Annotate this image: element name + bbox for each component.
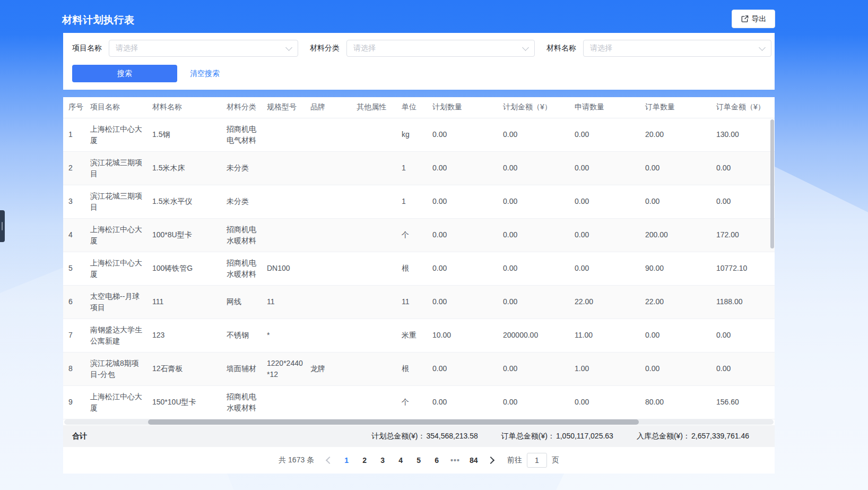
cell-spec-model — [267, 218, 310, 252]
clear-search-link[interactable]: 清空搜索 — [190, 69, 220, 79]
cell-requested-qty: 0.00 — [575, 218, 645, 252]
table-row: 4上海松江中心大厦100*8U型卡招商机电水暖材料个0.000.000.0020… — [63, 218, 775, 252]
select-material-name[interactable]: 请选择 — [583, 40, 771, 57]
cell-material-name: 150*10U型卡 — [152, 385, 227, 419]
more-pages-button[interactable]: ••• — [447, 453, 463, 468]
filter-actions: 搜索 清空搜索 — [72, 65, 220, 82]
column-header-order-qty: 订单数量 — [645, 97, 716, 118]
cell-requested-qty: 0.00 — [575, 385, 645, 419]
cell-brand — [310, 151, 357, 185]
cell-order-qty: 22.00 — [645, 285, 716, 319]
cell-planned-amount: 0.00 — [503, 252, 575, 285]
cell-material-name: 1.5米水平仪 — [152, 185, 227, 218]
cell-spec-model — [267, 118, 310, 151]
cell-brand — [310, 118, 357, 151]
cell-project-name: 滨江花城8期项目-分包 — [90, 352, 152, 385]
cell-material-category: 网线 — [227, 285, 267, 319]
export-button[interactable]: 导出 — [732, 10, 775, 28]
cell-unit: 根 — [402, 352, 432, 385]
chevron-left-icon — [326, 457, 333, 464]
cell-spec-model: 1220*2440*12 — [267, 352, 310, 385]
goto-unit-label: 页 — [552, 455, 559, 465]
cell-planned-qty: 0.00 — [432, 118, 503, 151]
cell-order-qty: 90.00 — [645, 252, 716, 285]
cell-other-attrs — [357, 185, 402, 218]
page-button-84[interactable]: 84 — [466, 453, 481, 468]
cell-other-attrs — [357, 319, 402, 352]
page-button-2[interactable]: 2 — [357, 453, 372, 468]
cell-requested-qty: 0.00 — [575, 185, 645, 218]
page-button-4[interactable]: 4 — [393, 453, 408, 468]
cell-unit: 个 — [402, 385, 432, 419]
table-row: 7南钢盛达大学生公寓新建123不锈钢*米重10.00200000.0011.00… — [63, 319, 775, 352]
horizontal-scrollbar-thumb[interactable] — [148, 419, 639, 425]
cell-project-name: 上海松江中心大厦 — [90, 218, 152, 252]
cell-index: 2 — [63, 151, 90, 185]
cell-planned-amount: 0.00 — [503, 118, 575, 151]
select-placeholder: 请选择 — [353, 44, 376, 53]
column-header-unit: 单位 — [402, 97, 432, 118]
cell-other-attrs — [357, 118, 402, 151]
cell-project-name: 上海松江中心大厦 — [90, 385, 152, 419]
cell-project-name: 滨江花城三期项目 — [90, 185, 152, 218]
select-material-category[interactable]: 请选择 — [346, 40, 535, 57]
cell-planned-qty: 10.00 — [432, 319, 503, 352]
column-header-brand: 品牌 — [310, 97, 357, 118]
page-button-3[interactable]: 3 — [375, 453, 390, 468]
chevron-right-icon — [487, 457, 494, 464]
cell-order-qty: 200.00 — [645, 218, 716, 252]
cell-planned-amount: 0.00 — [503, 352, 575, 385]
select-project-name[interactable]: 请选择 — [109, 40, 298, 57]
previous-page-button[interactable] — [323, 453, 336, 468]
cell-material-category: 招商机电水暖材料 — [227, 252, 267, 285]
cell-other-attrs — [357, 151, 402, 185]
table-row: 2滨江花城三期项目1.5米木床未分类10.000.000.000.000.00 — [63, 151, 775, 185]
column-header-order-amount: 订单金额（¥） — [716, 97, 775, 118]
cell-planned-amount: 0.00 — [503, 218, 575, 252]
cell-order-amount: 172.00 — [716, 218, 775, 252]
page-button-1[interactable]: 1 — [339, 453, 354, 468]
column-header-index: 序号 — [63, 97, 90, 118]
next-page-button[interactable] — [484, 453, 498, 468]
cell-planned-qty: 0.00 — [432, 252, 503, 285]
cell-brand — [310, 319, 357, 352]
cell-spec-model — [267, 385, 310, 419]
cell-brand — [310, 218, 357, 252]
summary-row: 合计 计划总金额(¥)：354,568,213.58订单总金额(¥)：1,050… — [63, 425, 775, 447]
cell-order-amount: 156.60 — [716, 385, 775, 419]
column-header-requested-qty: 申请数量 — [575, 97, 645, 118]
cell-material-category: 招商机电水暖材料 — [227, 218, 267, 252]
cell-order-amount: 0.00 — [716, 352, 775, 385]
filter-label-material-category: 材料分类 — [310, 44, 340, 53]
filter-group-material-name: 材料名称请选择 — [546, 40, 771, 57]
page-button-5[interactable]: 5 — [411, 453, 426, 468]
summary-item: 入库总金额(¥)：2,657,339,761.46 — [637, 432, 749, 441]
cell-order-amount: 0.00 — [716, 185, 775, 218]
cell-planned-qty: 0.00 — [432, 352, 503, 385]
goto-page-input[interactable] — [527, 453, 547, 468]
cell-material-name: 123 — [152, 319, 227, 352]
filter-label-material-name: 材料名称 — [546, 44, 576, 53]
left-drawer-handle[interactable] — [0, 210, 5, 242]
cell-material-name: 1.5米木床 — [152, 151, 227, 185]
cell-unit: 11 — [402, 285, 432, 319]
cell-material-category: 未分类 — [227, 151, 267, 185]
cell-brand — [310, 285, 357, 319]
filter-group-material-category: 材料分类请选择 — [310, 40, 535, 57]
cell-project-name: 滨江花城三期项目 — [90, 151, 152, 185]
cell-material-category: 招商机电水暖材料 — [227, 385, 267, 419]
summary-item-value: 354,568,213.58 — [426, 432, 478, 441]
cell-brand — [310, 185, 357, 218]
table-row: 9上海松江中心大厦150*10U型卡招商机电水暖材料个0.000.000.008… — [63, 385, 775, 419]
cell-brand — [310, 385, 357, 419]
pagination-bar: 共 1673 条 123456•••84 前往 页 — [63, 447, 775, 474]
summary-total-label: 合计 — [72, 432, 87, 441]
chevron-down-icon — [759, 44, 766, 51]
cell-unit: 个 — [402, 218, 432, 252]
goto-label: 前往 — [507, 455, 522, 465]
search-button[interactable]: 搜索 — [72, 65, 177, 82]
page-button-6[interactable]: 6 — [429, 453, 444, 468]
vertical-scrollbar-thumb[interactable] — [770, 119, 774, 248]
table-row: 3滨江花城三期项目1.5米水平仪未分类10.000.000.000.000.00 — [63, 185, 775, 218]
cell-order-amount: 0.00 — [716, 319, 775, 352]
